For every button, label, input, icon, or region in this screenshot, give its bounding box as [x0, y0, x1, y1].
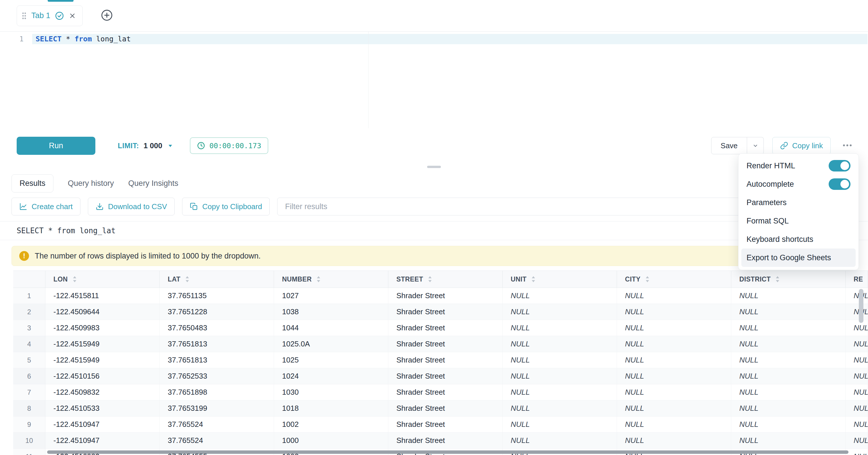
- vertical-scrollbar-thumb[interactable]: [859, 289, 863, 323]
- tab-results[interactable]: Results: [11, 174, 54, 192]
- row-number: 5: [13, 352, 45, 368]
- more-options-button[interactable]: [842, 140, 853, 152]
- table-body: 1-122.451581137.76511351027Shrader Stree…: [13, 288, 868, 455]
- toggle-switch[interactable]: [829, 160, 850, 172]
- row-limit-warning-banner: ! The number of rows displayed is limite…: [11, 246, 857, 266]
- sort-icon[interactable]: [184, 275, 190, 283]
- copy-clipboard-button[interactable]: Copy to Clipboard: [182, 198, 270, 215]
- table-row[interactable]: 4-122.451594937.76518131025.0AShrader St…: [13, 336, 868, 352]
- row-number: 9: [13, 417, 45, 432]
- column-header-number[interactable]: NUMBER: [274, 271, 388, 287]
- tab-query-history[interactable]: Query history: [68, 179, 114, 188]
- close-tab-icon[interactable]: [69, 12, 76, 20]
- table-row[interactable]: 1-122.451581137.76511351027Shrader Stree…: [13, 288, 868, 304]
- table-cell: -122.4510156: [45, 368, 160, 384]
- copy-link-button[interactable]: Copy link: [772, 137, 831, 154]
- table-cell: 1038: [274, 304, 388, 320]
- sort-icon[interactable]: [645, 275, 650, 283]
- menu-item-parameters[interactable]: Parameters: [741, 193, 856, 212]
- sort-icon[interactable]: [530, 275, 536, 283]
- column-header-label: DISTRICT: [739, 275, 771, 283]
- table-cell: NULL: [617, 400, 731, 416]
- copy-link-label: Copy link: [792, 141, 823, 150]
- column-header-label: STREET: [396, 275, 423, 283]
- column-header-district[interactable]: DISTRICT: [731, 271, 846, 287]
- menu-item-format-sql[interactable]: Format SQL: [741, 212, 856, 230]
- table-cell: Shrader Street: [388, 352, 503, 368]
- tab-label: Tab 1: [31, 11, 50, 20]
- run-button[interactable]: Run: [17, 137, 95, 155]
- table-row[interactable]: 3-122.450998337.76504831044Shrader Stree…: [13, 320, 868, 336]
- save-button[interactable]: Save: [711, 137, 747, 154]
- sort-icon[interactable]: [427, 275, 433, 283]
- column-header-re[interactable]: RE: [846, 271, 868, 287]
- table-cell: NULL: [731, 433, 846, 448]
- splitter-drag-handle[interactable]: [427, 166, 441, 168]
- menu-item-keyboard-shortcuts[interactable]: Keyboard shortcuts: [741, 230, 856, 248]
- row-number: 2: [13, 304, 45, 320]
- add-tab-button[interactable]: [100, 9, 113, 22]
- warning-icon: !: [19, 251, 29, 261]
- table-row[interactable]: 10-122.451094737.7655241000Shrader Stree…: [13, 433, 868, 449]
- row-number: 4: [13, 336, 45, 352]
- table-cell: NULL: [731, 384, 846, 400]
- sort-icon[interactable]: [775, 275, 780, 283]
- table-cell: NULL: [503, 368, 617, 384]
- row-number: 11: [13, 449, 45, 455]
- sql-keyword: from: [75, 35, 92, 43]
- column-header-street[interactable]: STREET: [388, 271, 503, 287]
- save-options-button[interactable]: [747, 137, 764, 154]
- table-cell: NULL: [846, 433, 868, 448]
- table-row[interactable]: 6-122.451015637.76525331024Shrader Stree…: [13, 368, 868, 384]
- sql-keyword: SELECT: [36, 35, 61, 43]
- table-row[interactable]: 8-122.451053337.76531991018Shrader Stree…: [13, 400, 868, 417]
- create-chart-button[interactable]: Create chart: [11, 198, 81, 215]
- table-cell: -122.4510533: [45, 400, 160, 416]
- column-header-lon[interactable]: LON: [45, 271, 160, 287]
- menu-item-label: Render HTML: [746, 161, 795, 170]
- table-cell: NULL: [731, 352, 846, 368]
- row-number: 8: [13, 400, 45, 416]
- line-number: 1: [20, 35, 24, 43]
- column-header-unit[interactable]: UNIT: [503, 271, 617, 287]
- table-row[interactable]: 2-122.450964437.76512281038Shrader Stree…: [13, 304, 868, 320]
- row-number: 1: [13, 288, 45, 304]
- sort-icon[interactable]: [316, 275, 321, 283]
- menu-item-export-to-google-sheets[interactable]: Export to Google Sheets: [741, 248, 856, 267]
- column-header-lat[interactable]: LAT: [160, 271, 274, 287]
- check-circle-icon: [55, 11, 64, 21]
- query-timer: 00:00:00.173: [190, 137, 268, 154]
- table-cell: NULL: [846, 417, 868, 432]
- link-icon: [780, 142, 788, 150]
- table-cell: 37.765524: [160, 433, 274, 448]
- row-number: 7: [13, 384, 45, 400]
- table-cell: 1025.0A: [274, 336, 388, 352]
- menu-item-autocomplete[interactable]: Autocomplete: [741, 175, 856, 193]
- table-row[interactable]: 5-122.451594937.76518131025Shrader Stree…: [13, 352, 868, 368]
- limit-label: LIMIT:: [118, 142, 139, 150]
- table-cell: Shrader Street: [388, 304, 503, 320]
- table-cell: Shrader Street: [388, 400, 503, 416]
- table-cell: NULL: [846, 384, 868, 400]
- sql-operator: *: [66, 35, 70, 43]
- tab-query-insights[interactable]: Query Insights: [128, 179, 178, 188]
- copy-clipboard-label: Copy to Clipboard: [202, 202, 262, 211]
- table-cell: 37.7651228: [160, 304, 274, 320]
- sql-editor[interactable]: 1 SELECT * from long_lat: [0, 32, 868, 128]
- table-cell: 1024: [274, 368, 388, 384]
- download-csv-button[interactable]: Download to CSV: [88, 198, 175, 215]
- sort-icon[interactable]: [72, 275, 78, 283]
- limit-dropdown[interactable]: LIMIT: 1 000: [118, 141, 174, 150]
- horizontal-scrollbar-thumb[interactable]: [47, 450, 848, 454]
- editor-tab-1[interactable]: Tab 1: [17, 5, 83, 26]
- toggle-switch[interactable]: [829, 178, 850, 190]
- table-cell: -122.4509983: [45, 320, 160, 336]
- query-toolbar: Run LIMIT: 1 000 00:00:00.173 Save: [0, 128, 868, 163]
- column-header-city[interactable]: CITY: [617, 271, 731, 287]
- table-cell: Shrader Street: [388, 384, 503, 400]
- table-row[interactable]: 9-122.451094737.7655241002Shrader Street…: [13, 417, 868, 433]
- editor-tab-bar: Tab 1: [0, 0, 868, 32]
- table-cell: NULL: [846, 336, 868, 352]
- menu-item-render-html[interactable]: Render HTML: [741, 156, 856, 175]
- table-row[interactable]: 7-122.450983237.76518981030Shrader Stree…: [13, 384, 868, 400]
